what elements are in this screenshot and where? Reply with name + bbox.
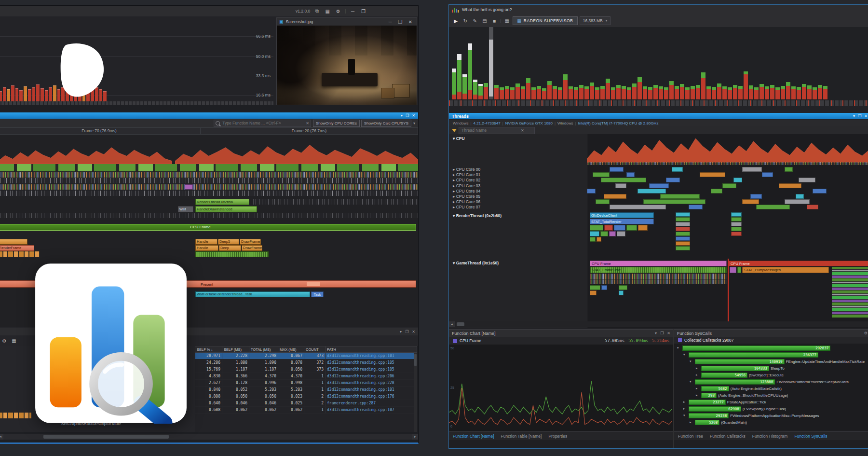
histogram-bar[interactable] <box>563 74 568 99</box>
flame-segment[interactable] <box>799 178 815 182</box>
flame-segment[interactable] <box>590 290 597 295</box>
frame-bar[interactable] <box>28 89 31 101</box>
tab[interactable]: Function SysCalls <box>794 434 827 439</box>
flame-segment[interactable] <box>626 225 637 231</box>
histogram-bar[interactable] <box>653 85 658 99</box>
scroll-left-arrow[interactable]: ◂ <box>449 321 455 327</box>
minimize-button[interactable]: ─ <box>349 8 357 14</box>
histogram-bar[interactable] <box>791 86 796 99</box>
callstack-row[interactable]: ▸62908(FViewport)(Engine::Tick) <box>674 405 868 412</box>
histogram-bar[interactable] <box>579 85 583 99</box>
table-row[interactable]: 2.6270.1280.9960.9981d3d12commandthreadi… <box>195 380 417 387</box>
flame-segment[interactable] <box>676 232 690 236</box>
dock-panel-icon[interactable]: ❐ <box>858 114 861 118</box>
flame-segment[interactable] <box>676 212 690 217</box>
histogram-bar[interactable] <box>775 87 780 99</box>
scroll-right-arrow[interactable]: ▸ <box>412 434 418 440</box>
flame-segment[interactable] <box>711 189 722 193</box>
expand-arrow-icon[interactable]: ▸ <box>683 400 687 404</box>
histogram-bar[interactable] <box>813 87 817 99</box>
scrollbar-thumb[interactable] <box>43 435 169 439</box>
histogram-bar[interactable] <box>462 74 467 99</box>
columns-icon[interactable]: ▦ <box>10 337 18 344</box>
histogram-bar[interactable] <box>691 86 695 99</box>
histogram-bar[interactable] <box>749 85 753 99</box>
chevron-down-icon[interactable]: ▾ <box>655 331 657 335</box>
table-column-header[interactable]: PATH <box>326 346 417 353</box>
histogram-bar[interactable] <box>728 87 732 99</box>
flame-segment[interactable] <box>731 222 742 226</box>
flame-segment[interactable] <box>614 225 625 231</box>
flame-bar-handledraw[interactable]: HandleDrawInstanced <box>195 206 257 212</box>
frame-bar[interactable] <box>36 84 40 101</box>
timeline-horizontal-scrollbar[interactable]: ◂ ▸ <box>0 434 418 440</box>
flame-segment[interactable] <box>610 167 624 172</box>
minimize-panel-icon[interactable]: ─ <box>386 18 394 25</box>
thread-row-label[interactable]: ▸ CPU Core 03 <box>453 183 480 188</box>
flame-segment[interactable] <box>185 184 193 190</box>
flame-segment[interactable] <box>660 194 700 199</box>
callstack-row[interactable]: ▸5268(GuardedMain) <box>674 419 868 426</box>
chevron-down-icon[interactable]: ▾ <box>853 114 855 118</box>
histogram-bar[interactable] <box>468 43 472 99</box>
table-row[interactable]: 24.2861.8881.8900.078372d3d12commandthre… <box>195 359 417 366</box>
flame-segment[interactable] <box>742 199 759 204</box>
tab[interactable]: Function Chart [Name] <box>453 434 494 439</box>
flame-segment[interactable] <box>750 194 761 199</box>
flame-bar-wait-task[interactable]: WaitForTaskForRenderThread...Task <box>195 291 310 297</box>
histogram-bar[interactable] <box>733 85 737 99</box>
histogram-bar[interactable] <box>515 83 520 99</box>
thread-row-label[interactable]: ▸ CPU Core 07 <box>453 205 480 209</box>
histogram-bar[interactable] <box>754 87 759 99</box>
flame-segment[interactable]: DrawFrame <box>242 245 262 251</box>
flame-bar-renderframe[interactable]: RenderFrame <box>0 245 34 251</box>
frame-bar[interactable] <box>15 88 19 101</box>
histogram-bar[interactable] <box>786 82 790 99</box>
histogram-bar[interactable] <box>531 87 536 99</box>
flame-segment[interactable] <box>666 178 680 182</box>
thread-renderthread[interactable]: ▾ RenderThread (0x2b60) <box>453 213 502 218</box>
flame-segment[interactable] <box>637 189 666 193</box>
flame-bar-cpu-frame[interactable]: CPU Frame <box>0 224 416 231</box>
histogram-bar[interactable] <box>505 86 509 99</box>
edit-icon[interactable]: ✎ <box>471 17 479 24</box>
settings-gear-icon[interactable]: ⚙ <box>864 331 868 335</box>
frame-header[interactable]: Frame 20 (76.7ms) <box>201 127 418 135</box>
histogram-bar[interactable] <box>802 84 806 99</box>
histogram-bar[interactable] <box>521 86 525 99</box>
histogram-bar[interactable] <box>611 87 615 99</box>
expand-arrow-icon[interactable]: ▾ <box>690 380 693 384</box>
dock-panel-icon[interactable]: ❐ <box>660 331 664 335</box>
flame-segment[interactable] <box>785 199 810 204</box>
flame-segment[interactable] <box>596 199 610 204</box>
flame-segment[interactable] <box>626 172 635 177</box>
histogram-bar[interactable] <box>622 86 626 99</box>
table-row[interactable]: 28.9712.2282.2980.067373d3d12commandthre… <box>195 353 417 359</box>
thread-row-label[interactable]: ▸ CPU Core 02 <box>453 178 480 182</box>
flame-segment[interactable] <box>785 167 793 172</box>
flame-segment[interactable] <box>676 227 690 231</box>
callstack-row[interactable]: ▸23277FSlateApplication::Tick <box>674 399 868 405</box>
histogram-bar[interactable] <box>664 87 668 99</box>
thread-group-cpu[interactable]: ▾ CPU <box>453 136 465 141</box>
dock-panel-icon[interactable]: ❐ <box>396 18 404 25</box>
flame-segment[interactable] <box>601 178 646 182</box>
histogram-bar[interactable] <box>632 83 637 99</box>
flame-segment[interactable] <box>600 231 608 236</box>
histogram-bar[interactable] <box>526 78 530 99</box>
histogram-bar[interactable] <box>807 85 812 99</box>
table-column-header[interactable]: MAX (MS) <box>278 346 304 353</box>
flame-segment[interactable]: Handle <box>195 239 217 245</box>
flame-bar-stat-frametime[interactable]: STAT_FrameTime <box>590 267 727 273</box>
system-info-item[interactable]: NVIDIA GeForce GTX 1080 <box>505 121 553 125</box>
scrollbar-thumb[interactable] <box>457 322 464 326</box>
filter-toggle-button[interactable]: ShowOnly Calc CPU/SYS <box>361 120 411 127</box>
histogram-bar[interactable] <box>738 86 743 99</box>
histogram-bar[interactable] <box>569 86 573 99</box>
table-row[interactable]: 15.7691.1871.1870.050373d3d12commandthre… <box>195 366 417 373</box>
flame-segment[interactable] <box>601 285 607 290</box>
histogram-bar[interactable] <box>584 86 589 99</box>
tab[interactable]: Function Histogram <box>752 434 788 439</box>
histogram-bar[interactable] <box>590 83 594 99</box>
histogram-bar[interactable] <box>547 81 552 99</box>
